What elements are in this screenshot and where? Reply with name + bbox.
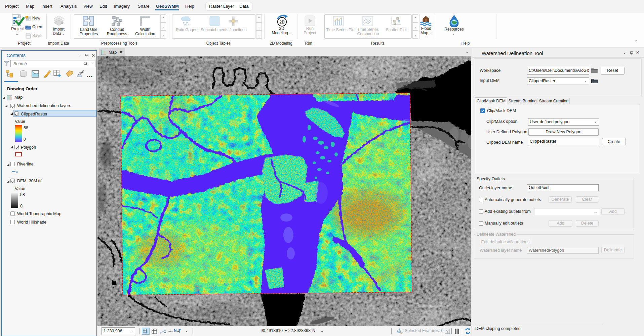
svg-text:2D: 2D [279,20,285,25]
